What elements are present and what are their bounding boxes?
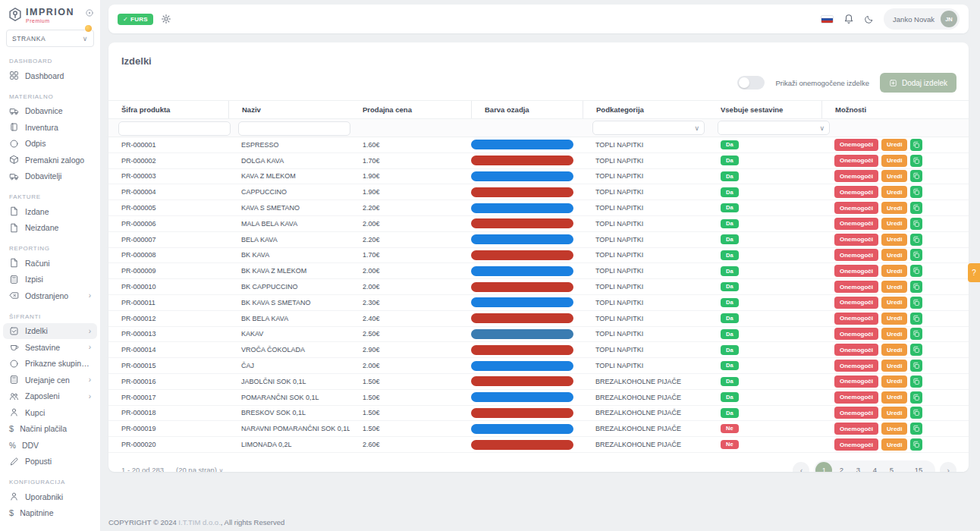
duplicate-button[interactable] <box>910 297 922 309</box>
page-button-2[interactable]: 2 <box>834 462 849 472</box>
sidebar-item-premakni-zalogo[interactable]: Premakni zalogo <box>3 152 97 168</box>
duplicate-button[interactable] <box>910 438 922 451</box>
duplicate-button[interactable] <box>910 234 922 246</box>
disable-button[interactable]: Onemogoči <box>834 423 878 435</box>
edit-button[interactable]: Uredi <box>881 423 907 435</box>
duplicate-button[interactable] <box>910 407 922 419</box>
furs-badge[interactable]: ✓ FURS <box>118 14 153 25</box>
filter-select-vsebuje-sestavine[interactable]: ∨ <box>718 121 830 135</box>
edit-button[interactable]: Uredi <box>881 375 907 388</box>
page-button-3[interactable]: 3 <box>850 462 865 472</box>
sidebar-item-uporabniki[interactable]: Uporabniki <box>3 489 97 505</box>
sidebar-item-izpisi[interactable]: Izpisi <box>3 272 97 288</box>
client-select[interactable]: STRANKA ∨ <box>6 30 94 47</box>
edit-button[interactable]: Uredi <box>881 155 907 167</box>
sidebar-item-izdane[interactable]: Izdane <box>3 203 97 220</box>
edit-button[interactable]: Uredi <box>881 186 907 198</box>
duplicate-button[interactable] <box>910 281 922 293</box>
duplicate-button[interactable] <box>910 170 922 182</box>
sidebar-item-sestavine[interactable]: Sestavine› <box>3 339 97 356</box>
target-icon[interactable] <box>85 8 94 17</box>
edit-button[interactable]: Uredi <box>881 360 907 372</box>
filter-input-naziv[interactable] <box>238 121 350 136</box>
duplicate-button[interactable] <box>910 218 922 230</box>
sidebar-item-dobavitelji[interactable]: Dobavitelji <box>3 168 97 185</box>
disable-button[interactable]: Onemogoči <box>834 391 878 404</box>
disable-button[interactable]: Onemogoči <box>834 438 878 451</box>
edit-button[interactable]: Uredi <box>881 328 907 340</box>
disable-button[interactable]: Onemogoči <box>834 281 878 293</box>
per-page-select[interactable]: (20 na stran) ∨ <box>176 466 223 472</box>
copyright-company[interactable]: I.T.TIM d.o.o. <box>178 518 220 526</box>
edit-button[interactable]: Uredi <box>881 344 907 356</box>
page-button-15[interactable]: 15 <box>911 462 926 472</box>
page-button-4[interactable]: 4 <box>867 462 882 472</box>
edit-button[interactable]: Uredi <box>881 297 907 309</box>
sidebar-item-ddv[interactable]: %DDV <box>3 437 97 454</box>
prev-page-button[interactable]: ‹ <box>793 462 809 472</box>
user-menu[interactable]: Janko Novak JN <box>884 8 960 30</box>
sidebar-item-popusti[interactable]: Popusti <box>3 454 97 470</box>
duplicate-button[interactable] <box>910 344 922 356</box>
sidebar-item-neizdane[interactable]: Neizdane <box>3 220 97 237</box>
edit-button[interactable]: Uredi <box>881 281 907 293</box>
column-header-ifra-produkta[interactable]: Šifra produkta <box>108 101 228 118</box>
disable-button[interactable]: Onemogoči <box>834 375 878 388</box>
sidebar-item-inventura[interactable]: Inventura <box>3 119 97 136</box>
sidebar-item-napitnine[interactable]: $Napitnine <box>3 505 97 522</box>
duplicate-button[interactable] <box>910 265 922 277</box>
disable-button[interactable]: Onemogoči <box>834 407 878 419</box>
filter-select-podkategorija[interactable]: ∨ <box>592 121 705 135</box>
help-tab[interactable]: ? <box>968 263 980 282</box>
duplicate-button[interactable] <box>910 360 922 372</box>
column-header-prodajna-cena[interactable]: Prodajna cena <box>350 101 471 118</box>
edit-button[interactable]: Uredi <box>881 391 907 404</box>
edit-button[interactable]: Uredi <box>881 407 907 419</box>
sidebar-item-izdelki[interactable]: Izdelki› <box>3 323 97 340</box>
sidebar-item-odpis[interactable]: Odpis <box>3 136 97 152</box>
edit-button[interactable]: Uredi <box>881 249 907 261</box>
language-flag-icon[interactable] <box>821 15 834 24</box>
disable-button[interactable]: Onemogoči <box>834 344 878 356</box>
disable-button[interactable]: Onemogoči <box>834 265 878 277</box>
disable-button[interactable]: Onemogoči <box>834 139 878 151</box>
duplicate-button[interactable] <box>910 249 922 261</box>
disable-button[interactable]: Onemogoči <box>834 155 878 167</box>
show-disabled-toggle[interactable] <box>737 76 765 90</box>
duplicate-button[interactable] <box>910 186 922 198</box>
edit-button[interactable]: Uredi <box>881 313 907 325</box>
duplicate-button[interactable] <box>910 155 922 167</box>
gear-icon[interactable] <box>161 14 171 24</box>
sidebar-item-kupci[interactable]: Kupci <box>3 404 97 421</box>
filter-input-ifra-produkta[interactable] <box>118 121 231 136</box>
duplicate-button[interactable] <box>910 328 922 340</box>
sidebar-item-dashboard[interactable]: Dashboard <box>3 68 97 84</box>
disable-button[interactable]: Onemogoči <box>834 360 878 372</box>
column-header-vsebuje-sestavine[interactable]: Vsebuje sestavine <box>708 101 821 118</box>
disable-button[interactable]: Onemogoči <box>834 170 878 182</box>
disable-button[interactable]: Onemogoči <box>834 249 878 261</box>
bell-icon[interactable] <box>843 14 854 24</box>
column-header-naziv[interactable]: Naziv <box>228 101 350 118</box>
edit-button[interactable]: Uredi <box>881 218 907 230</box>
sidebar-item-na-ini-pla-ila[interactable]: $Načini plačila <box>3 421 97 438</box>
page-button-5[interactable]: 5 <box>884 462 899 472</box>
disable-button[interactable]: Onemogoči <box>834 202 878 214</box>
next-page-button[interactable]: › <box>940 462 956 472</box>
disable-button[interactable]: Onemogoči <box>834 313 878 325</box>
duplicate-button[interactable] <box>910 423 922 435</box>
duplicate-button[interactable] <box>910 202 922 214</box>
add-product-button[interactable]: Dodaj izdelek <box>880 73 956 93</box>
moon-icon[interactable] <box>864 14 874 24</box>
column-header-podkategorija[interactable]: Podkategorija <box>583 101 708 118</box>
edit-button[interactable]: Uredi <box>881 438 907 451</box>
sidebar-item-dobavnice[interactable]: Dobavnice <box>3 103 97 120</box>
sidebar-item-zaposleni[interactable]: Zaposleni› <box>3 388 97 405</box>
duplicate-button[interactable] <box>910 313 922 325</box>
sidebar-item-urejanje-cen[interactable]: Urejanje cen› <box>3 372 97 388</box>
page-button-1[interactable]: 1 <box>815 462 832 472</box>
disable-button[interactable]: Onemogoči <box>834 328 878 340</box>
duplicate-button[interactable] <box>910 139 922 151</box>
edit-button[interactable]: Uredi <box>881 265 907 277</box>
sidebar-item-odstranjeno[interactable]: Odstranjeno› <box>3 287 97 304</box>
